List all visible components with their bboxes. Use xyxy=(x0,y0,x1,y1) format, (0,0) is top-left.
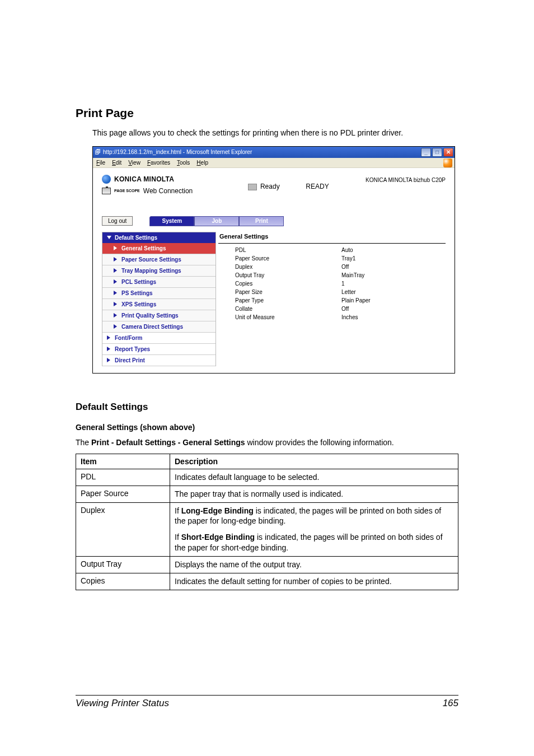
setting-row: Copies1 xyxy=(218,279,446,288)
table-row: PDLIndicates default language to be sele… xyxy=(76,469,458,486)
setting-value: MainTray xyxy=(341,272,364,278)
table-row: CopiesIndicates the default setting for … xyxy=(76,573,458,590)
nav-direct-print[interactable]: Direct Print xyxy=(102,355,216,366)
cell-description: Indicates default language to be selecte… xyxy=(170,469,458,486)
cell-item: PDL xyxy=(76,469,170,486)
menu-help[interactable]: Help xyxy=(196,160,208,166)
nav-camera-direct-settings[interactable]: Camera Direct Settings xyxy=(102,321,216,333)
tab-system[interactable]: System xyxy=(149,216,194,226)
setting-row: DuplexOff xyxy=(218,263,446,271)
browser-titlebar: 🗐 http://192.168.1.2/m_index.html - Micr… xyxy=(93,147,455,158)
pagescope-icon xyxy=(102,188,111,194)
ie-page-icon: 🗐 xyxy=(95,149,101,155)
brand-text: KONICA MINOLTA xyxy=(114,175,174,183)
web-connection-text: Web Connection xyxy=(143,187,193,195)
cell-item: Copies xyxy=(76,573,170,590)
cell-description: If Long-Edge Binding is indicated, the p… xyxy=(170,502,458,557)
pagescope-prefix: PAGE SCOPE xyxy=(114,189,140,193)
cell-description: Indicates the default setting for number… xyxy=(170,573,458,590)
menu-favorites[interactable]: Favorites xyxy=(147,160,170,166)
setting-value: Off xyxy=(341,264,349,270)
setting-key: Paper Size xyxy=(235,289,341,295)
nav-paper-source-settings[interactable]: Paper Source Settings xyxy=(102,254,216,265)
ie-logo-icon xyxy=(443,158,452,167)
menu-view[interactable]: View xyxy=(128,160,140,166)
setting-value: Plain Paper xyxy=(341,297,371,304)
th-item: Item xyxy=(76,454,170,469)
menu-tools[interactable]: Tools xyxy=(177,160,190,166)
settings-panel: General Settings PDLAutoPaper SourceTray… xyxy=(218,232,446,366)
intro-paragraph: This page allows you to check the settin… xyxy=(92,128,458,138)
setting-value: Tray1 xyxy=(341,255,355,262)
setting-value: Letter xyxy=(341,289,356,295)
menu-file[interactable]: File xyxy=(96,160,105,166)
window-title-text: http://192.168.1.2/m_index.html - Micros… xyxy=(103,149,252,155)
cell-item: Output Tray xyxy=(76,557,170,573)
footer-left: Viewing Printer Status xyxy=(76,698,169,709)
setting-value: Inches xyxy=(341,314,358,320)
nav-pcl-settings[interactable]: PCL Settings xyxy=(102,277,216,288)
printer-status-icon xyxy=(248,184,257,190)
setting-key: Paper Type xyxy=(235,297,341,304)
setting-row: Output TrayMainTray xyxy=(218,271,446,279)
footer-page-number: 165 xyxy=(443,698,458,709)
table-row: Output TrayDisplays the name of the outp… xyxy=(76,557,458,573)
th-description: Description xyxy=(170,454,458,469)
nav-report-types[interactable]: Report Types xyxy=(102,344,216,355)
tab-print[interactable]: Print xyxy=(239,216,284,226)
settings-table: Item Description PDLIndicates default la… xyxy=(76,454,458,590)
nav-tray-mapping-settings[interactable]: Tray Mapping Settings xyxy=(102,265,216,277)
setting-value: Auto xyxy=(341,247,353,253)
nav-print-quality-settings[interactable]: Print Quality Settings xyxy=(102,310,216,321)
cell-description: The paper tray that is normally used is … xyxy=(170,486,458,502)
nav-ps-settings[interactable]: PS Settings xyxy=(102,288,216,299)
side-nav: Default Settings General Settings Paper … xyxy=(102,232,216,366)
setting-value: Off xyxy=(341,306,349,312)
setting-row: Unit of MeasureInches xyxy=(218,313,446,321)
menu-edit[interactable]: Edit xyxy=(112,160,121,166)
minimize-button[interactable]: _ xyxy=(421,148,431,157)
screenshot-browser: 🗐 http://192.168.1.2/m_index.html - Micr… xyxy=(92,146,455,374)
setting-key: Paper Source xyxy=(235,255,341,262)
subsection-heading: General Settings (shown above) xyxy=(76,423,458,432)
maximize-button[interactable]: □ xyxy=(432,148,442,157)
close-button[interactable]: ✕ xyxy=(443,148,453,157)
page-footer: Viewing Printer Status 165 xyxy=(76,695,458,709)
browser-menubar: File Edit View Favorites Tools Help xyxy=(93,158,455,168)
setting-row: Paper SourceTray1 xyxy=(218,254,446,263)
setting-row: Paper TypePlain Paper xyxy=(218,296,446,305)
status-ready-line: Ready READY xyxy=(229,175,329,198)
setting-key: Duplex xyxy=(235,264,341,270)
chevron-down-icon xyxy=(107,236,111,239)
cell-description: Displays the name of the output tray. xyxy=(170,557,458,573)
nav-xps-settings[interactable]: XPS Settings xyxy=(102,299,216,310)
table-row: DuplexIf Long-Edge Binding is indicated,… xyxy=(76,502,458,557)
setting-row: CollateOff xyxy=(218,305,446,313)
setting-value: 1 xyxy=(341,281,345,287)
section-paragraph: The Print - Default Settings - General S… xyxy=(76,437,458,448)
setting-row: PDLAuto xyxy=(218,246,446,254)
cell-item: Paper Source xyxy=(76,486,170,502)
setting-key: Copies xyxy=(235,281,341,287)
page-title: Print Page xyxy=(76,106,458,120)
brand-globe-icon xyxy=(102,175,111,184)
cell-item: Duplex xyxy=(76,502,170,557)
setting-row: Paper SizeLetter xyxy=(218,288,446,296)
nav-font-form[interactable]: Font/Form xyxy=(102,333,216,344)
setting-key: PDL xyxy=(235,247,341,253)
tab-job[interactable]: Job xyxy=(194,216,239,226)
nav-general-settings[interactable]: General Settings xyxy=(102,243,216,254)
panel-title: General Settings xyxy=(218,232,446,244)
section-heading-default-settings: Default Settings xyxy=(76,402,458,413)
nav-header-default-settings[interactable]: Default Settings xyxy=(102,232,216,243)
setting-key: Output Tray xyxy=(235,272,341,278)
setting-key: Collate xyxy=(235,306,341,312)
tab-bar: System Job Print xyxy=(149,216,284,226)
table-row: Paper SourceThe paper tray that is norma… xyxy=(76,486,458,502)
device-name: KONICA MINOLTA bizhub C20P xyxy=(366,175,446,183)
setting-key: Unit of Measure xyxy=(235,314,341,320)
logout-button[interactable]: Log out xyxy=(102,216,133,226)
